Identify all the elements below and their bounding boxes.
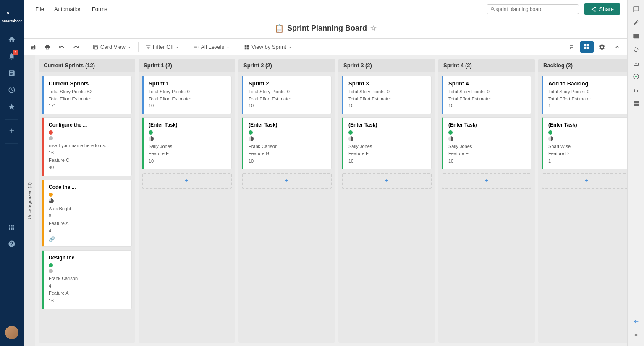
column-body-sprint3: Sprint 3 Total Story Points: 0 Total Eff… xyxy=(338,72,435,343)
sprint2-add-button[interactable]: + xyxy=(242,173,332,189)
right-panel-chart-icon[interactable] xyxy=(630,84,642,96)
collapse-button[interactable] xyxy=(565,42,579,52)
right-panel-dot-icon[interactable] xyxy=(630,329,642,341)
sprint1-task1[interactable]: (Enter Task) Sally Jones Feature E 10 xyxy=(142,117,232,170)
sidebar-item-recents[interactable] xyxy=(4,82,19,98)
grid-view-button[interactable] xyxy=(580,41,594,53)
right-panel-folder-icon[interactable] xyxy=(630,30,642,42)
sidebar-item-sheets[interactable] xyxy=(4,66,19,81)
settings-button[interactable] xyxy=(595,42,609,52)
sidebar-item-favorites[interactable] xyxy=(4,99,19,114)
column-sprint4: Sprint 4 (2) Sprint 4 Total Story Points… xyxy=(438,59,535,343)
column-sprint3: Sprint 3 (2) Sprint 3 Total Story Points… xyxy=(338,59,435,343)
progress-half5 xyxy=(548,136,553,141)
status-dot-gray2 xyxy=(49,269,53,273)
search-input[interactable] xyxy=(496,6,576,12)
column-header-sprint2: Sprint 2 (2) xyxy=(238,59,335,72)
status-dot-gray xyxy=(49,136,53,140)
column-header-sprint1: Sprint 1 (2) xyxy=(139,59,235,72)
sidebar-item-notifications[interactable]: 1 xyxy=(4,49,19,64)
sprint3-summary-card: Sprint 3 Total Story Points: 0 Total Eff… xyxy=(342,76,432,114)
sheet-title-container: 📋 Sprint Planning Board ☆ xyxy=(227,24,424,33)
task-card-design[interactable]: Design the ... Frank Carlson 4 Feature A… xyxy=(42,250,132,309)
toolbar: Card View Filter Off All Levels View by … xyxy=(24,39,627,55)
view-by-sprint-button[interactable]: View by Sprint xyxy=(241,42,296,52)
right-panel-activity-icon[interactable] xyxy=(630,44,642,55)
backlog-summary-card: Add to Backlog Total Story Points: 0 Tot… xyxy=(542,76,627,114)
print-button[interactable] xyxy=(41,42,54,52)
column-header-sprint4: Sprint 4 (2) xyxy=(438,59,535,72)
favorite-icon[interactable]: ☆ xyxy=(370,24,376,32)
sidebar-item-home[interactable] xyxy=(4,32,19,47)
status-dot-red xyxy=(49,130,53,135)
right-panel-edit-icon[interactable] xyxy=(630,17,642,29)
redo-button[interactable] xyxy=(70,42,82,52)
progress-icon-threequarter xyxy=(49,198,54,203)
progress-half4 xyxy=(448,136,453,141)
sprint4-add-button[interactable]: + xyxy=(442,173,531,189)
progress-half xyxy=(149,136,154,141)
nav-file[interactable]: File xyxy=(30,0,49,18)
status-dot-green xyxy=(49,263,53,267)
column-body-sprint2: Sprint 2 Total Story Points: 0 Total Eff… xyxy=(238,72,335,343)
sprint2-task1[interactable]: (Enter Task) Frank Carlson Feature G 10 xyxy=(242,117,332,170)
status-dot-yellow xyxy=(49,193,53,197)
page-title: Sprint Planning Board xyxy=(287,24,367,33)
column-sprint1: Sprint 1 (2) Sprint 1 Total Story Points… xyxy=(139,59,235,343)
card-view-button[interactable]: Card View xyxy=(89,42,135,52)
column-header-sprint3: Sprint 3 (2) xyxy=(338,59,435,72)
sheet-header: 📋 Sprint Planning Board ☆ xyxy=(24,18,627,39)
sheet-icon: 📋 xyxy=(275,24,284,33)
column-sprint2: Sprint 2 (2) Sprint 2 Total Story Points… xyxy=(238,59,335,343)
task-card-code[interactable]: Code the ... Alex Bright 8 Feature A 4 xyxy=(42,180,132,247)
levels-button[interactable]: All Levels xyxy=(190,42,233,52)
sidebar-item-help[interactable] xyxy=(4,236,19,251)
right-panel-grid-icon[interactable] xyxy=(630,98,642,109)
svg-point-4 xyxy=(634,334,637,337)
share-button[interactable]: Share xyxy=(584,3,620,15)
sidebar-item-add[interactable] xyxy=(4,123,19,138)
uncategorized-label: Uncategorized (3) xyxy=(27,182,32,219)
app-logo: s smartsheet xyxy=(0,3,24,25)
uncategorized-column[interactable]: Uncategorized (3) xyxy=(24,55,35,346)
right-panel-chat-icon[interactable] xyxy=(630,3,642,15)
user-avatar[interactable] xyxy=(5,326,18,339)
right-panel xyxy=(627,0,644,346)
sprint-summary-card: Current Sprints Total Story Points: 62 T… xyxy=(42,76,132,114)
backlog-task1[interactable]: (Enter Task) Shari Wise Feature D 1 xyxy=(542,117,627,170)
column-body-sprint4: Sprint 4 Total Story Points: 0 Total Eff… xyxy=(438,72,535,343)
attachment-icon: 🔗 xyxy=(49,236,55,242)
save-button[interactable] xyxy=(27,42,39,52)
column-backlog: Backlog (2) Add to Backlog Total Story P… xyxy=(538,59,627,343)
svg-point-3 xyxy=(635,76,637,77)
filter-button[interactable]: Filter Off xyxy=(142,42,183,52)
right-panel-back-icon[interactable] xyxy=(630,316,642,328)
sprint4-task1[interactable]: (Enter Task) Sally Jones Feature E 10 xyxy=(442,117,531,170)
main-content: File Automation Forms Share 📋 Sprint Pla… xyxy=(24,0,627,346)
search-box[interactable] xyxy=(487,4,579,14)
sprint2-summary-card: Sprint 2 Total Story Points: 0 Total Eff… xyxy=(242,76,332,114)
sprint4-summary-card: Sprint 4 Total Story Points: 0 Total Eff… xyxy=(442,76,531,114)
column-body-backlog: Add to Backlog Total Story Points: 0 Tot… xyxy=(538,72,627,343)
right-panel-circle-icon[interactable] xyxy=(630,71,642,82)
sprint1-add-button[interactable]: + xyxy=(142,173,232,189)
sprint3-task1[interactable]: (Enter Task) Sally Jones Feature F 10 xyxy=(342,117,432,170)
left-sidebar: s smartsheet 1 xyxy=(0,0,24,346)
attachment-row: 🔗 xyxy=(49,236,126,242)
column-header-current-sprints: Current Sprints (12) xyxy=(39,59,135,72)
expand-button[interactable] xyxy=(610,42,624,52)
sprint1-summary-card: Sprint 1 Total Story Points: 0 Total Eff… xyxy=(142,76,232,114)
undo-button[interactable] xyxy=(55,42,68,52)
right-panel-export-icon[interactable] xyxy=(630,57,642,69)
task-card-configure[interactable]: Configure the ... insert your name here … xyxy=(42,117,132,176)
backlog-add-button[interactable]: + xyxy=(542,173,627,189)
column-body-sprint1: Sprint 1 Total Story Points: 0 Total Eff… xyxy=(139,72,235,343)
sprint3-add-button[interactable]: + xyxy=(342,173,432,189)
sidebar-item-apps[interactable] xyxy=(4,219,19,235)
nav-automation[interactable]: Automation xyxy=(49,0,87,18)
progress-half2 xyxy=(249,136,254,141)
column-header-backlog: Backlog (2) xyxy=(538,59,627,72)
nav-forms[interactable]: Forms xyxy=(87,0,113,18)
columns-container: Current Sprints (12) Current Sprints Tot… xyxy=(35,55,627,346)
board-area: Uncategorized (3) Current Sprints (12) C… xyxy=(24,55,627,346)
